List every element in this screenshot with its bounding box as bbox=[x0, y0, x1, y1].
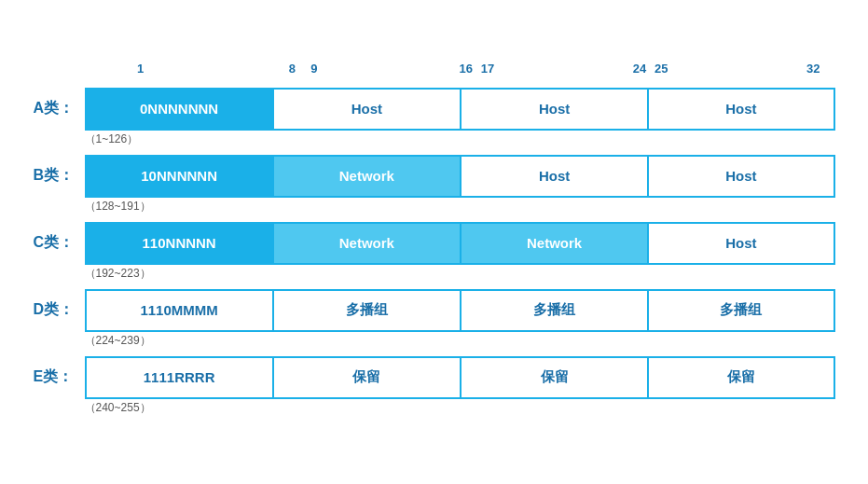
row-wrapper: E类：1111RRRR保留保留保留（240~255） bbox=[34, 356, 835, 416]
address-cell: Host bbox=[647, 88, 834, 131]
cells-container: 0NNNNNNNHostHostHost bbox=[85, 88, 835, 131]
bit-ruler: 1891617242532 bbox=[90, 62, 835, 82]
address-cell: 多播组 bbox=[272, 289, 460, 332]
address-cell: 保留 bbox=[647, 356, 834, 399]
row-wrapper: A类：0NNNNNNNHostHostHost（1~126） bbox=[34, 88, 835, 147]
address-cell: 多播组 bbox=[460, 289, 647, 332]
class-label: E类： bbox=[34, 356, 85, 399]
ruler-number: 24 bbox=[633, 62, 646, 76]
class-label: A类： bbox=[34, 88, 85, 131]
address-class-row: E类：1111RRRR保留保留保留 bbox=[34, 356, 835, 399]
row-wrapper: C类：110NNNNNNetworkNetworkHost（192~223） bbox=[34, 222, 835, 282]
address-cell: Host bbox=[272, 88, 460, 131]
cells-container: 10NNNNNNNetworkHostHost bbox=[85, 155, 835, 198]
address-cell: Host bbox=[460, 155, 647, 198]
cells-container: 1111RRRR保留保留保留 bbox=[85, 356, 835, 399]
ruler-number: 8 bbox=[289, 62, 296, 76]
address-cell: Network bbox=[460, 222, 647, 265]
range-label: （192~223） bbox=[34, 266, 835, 282]
ruler-number: 1 bbox=[137, 62, 144, 76]
address-class-row: B类：10NNNNNNNetworkHostHost bbox=[34, 155, 835, 198]
address-cell: Network bbox=[272, 155, 460, 198]
ruler-number: 9 bbox=[310, 62, 317, 76]
range-label: （240~255） bbox=[34, 400, 835, 416]
address-cell: Host bbox=[460, 88, 647, 131]
address-cell: Host bbox=[647, 222, 834, 265]
ruler-number: 17 bbox=[481, 62, 494, 76]
class-label: D类： bbox=[34, 289, 85, 332]
range-label: （224~239） bbox=[34, 333, 835, 349]
address-cell: 0NNNNNNN bbox=[85, 88, 272, 131]
address-cell: 110NNNNN bbox=[85, 222, 272, 265]
diagram: 1891617242532 A类：0NNNNNNNHostHostHost（1~… bbox=[34, 62, 835, 423]
address-class-row: C类：110NNNNNNetworkNetworkHost bbox=[34, 222, 835, 265]
range-label: （128~191） bbox=[34, 199, 835, 214]
address-cell: 1110MMMM bbox=[85, 289, 272, 332]
ruler-number: 25 bbox=[654, 62, 668, 76]
ruler-number: 16 bbox=[459, 62, 472, 76]
address-cell: 10NNNNNN bbox=[85, 155, 272, 198]
address-cell: 保留 bbox=[460, 356, 647, 399]
cells-container: 1110MMMM多播组多播组多播组 bbox=[85, 289, 835, 332]
address-cell: 多播组 bbox=[647, 289, 834, 332]
row-wrapper: B类：10NNNNNNNetworkHostHost（128~191） bbox=[34, 155, 835, 214]
address-cell: 保留 bbox=[272, 356, 460, 399]
class-label: B类： bbox=[34, 155, 85, 198]
address-class-row: D类：1110MMMM多播组多播组多播组 bbox=[34, 289, 835, 332]
class-label: C类： bbox=[34, 222, 85, 265]
rows-container: A类：0NNNNNNNHostHostHost（1~126）B类：10NNNNN… bbox=[34, 88, 835, 416]
ruler-number: 32 bbox=[806, 62, 820, 76]
cells-container: 110NNNNNNetworkNetworkHost bbox=[85, 222, 835, 265]
address-cell: 1111RRRR bbox=[85, 356, 272, 399]
row-wrapper: D类：1110MMMM多播组多播组多播组（224~239） bbox=[34, 289, 835, 349]
address-class-row: A类：0NNNNNNNHostHostHost bbox=[34, 88, 835, 131]
range-label: （1~126） bbox=[34, 131, 835, 147]
address-cell: Host bbox=[647, 155, 834, 198]
address-cell: Network bbox=[272, 222, 460, 265]
